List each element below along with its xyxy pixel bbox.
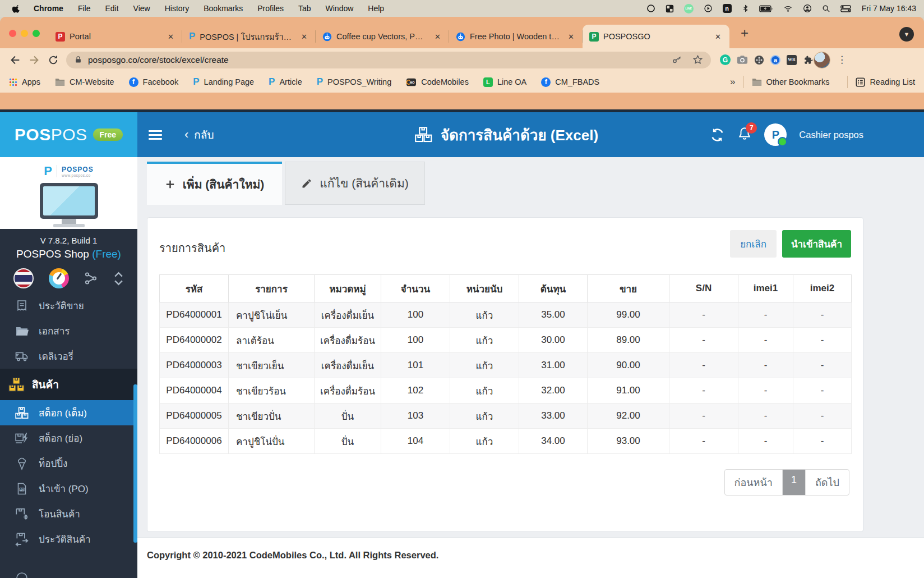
menubar-clock[interactable]: Fri 7 May 16:43 bbox=[862, 4, 916, 13]
browser-tab-2[interactable]: PPOSPOS | โปรแกรมร้านค้าป✕ bbox=[182, 25, 316, 48]
bookmark-6[interactable]: PPOSPOS_Writing bbox=[317, 77, 392, 86]
app-logo-zone[interactable]: POSPOS Free bbox=[0, 112, 137, 157]
address-bar[interactable]: posposgo.co/core/stock/excel/create bbox=[66, 52, 711, 68]
sidebar-item-เดลิเวอรี่[interactable]: เดลิเวอรี่ bbox=[0, 343, 137, 369]
table-cell: 92.00 bbox=[588, 403, 669, 429]
bluetooth-icon[interactable] bbox=[742, 4, 749, 13]
window-grid-icon[interactable] bbox=[666, 4, 674, 13]
shop-name: POSPOS Shop (Free) bbox=[0, 248, 137, 260]
bookmark-4[interactable]: PLanding Page bbox=[193, 77, 254, 86]
tab-close-icon[interactable]: ✕ bbox=[712, 31, 724, 42]
menu-view[interactable]: View bbox=[126, 4, 158, 13]
zoom-window-button[interactable] bbox=[33, 30, 40, 37]
app-header-main: ‹ กลับ จัดการสินค้าด้วย (Excel) 7 P bbox=[137, 112, 924, 157]
browser-tab-1[interactable]: PPortal✕ bbox=[49, 25, 182, 48]
wifi-icon[interactable] bbox=[783, 4, 793, 13]
tab-add-new-products[interactable]: เพิ่ม (สินค้าใหม่) bbox=[147, 162, 282, 205]
menu-edit[interactable]: Edit bbox=[98, 4, 126, 13]
browser-tab-3[interactable]: Coffee cup Vectors, Photo✕ bbox=[316, 25, 449, 48]
cancel-button[interactable]: ยกเลิก bbox=[730, 230, 777, 258]
search-icon[interactable] bbox=[822, 4, 830, 13]
bookmark-9[interactable]: fCM_FBADS bbox=[541, 77, 599, 87]
close-window-button[interactable] bbox=[9, 30, 16, 37]
line-icon[interactable]: LINE bbox=[684, 4, 694, 13]
pagination-next-button[interactable]: ถัดไป bbox=[805, 470, 849, 495]
wr-badge-icon[interactable]: WR bbox=[787, 55, 797, 65]
sidebar-item-ประวัติขาย[interactable]: ประวัติขาย bbox=[0, 297, 137, 318]
tab-close-icon[interactable]: ✕ bbox=[565, 31, 577, 42]
share-branch-icon[interactable] bbox=[84, 271, 98, 286]
sidebar-item-partial[interactable] bbox=[0, 564, 137, 578]
camera-icon[interactable] bbox=[737, 55, 748, 65]
forward-icon[interactable] bbox=[25, 51, 44, 69]
menu-tab[interactable]: Tab bbox=[291, 4, 318, 13]
pagination-prev-button[interactable]: ก่อนหน้า bbox=[725, 470, 782, 495]
battery-icon[interactable] bbox=[759, 5, 773, 12]
refresh-icon[interactable] bbox=[710, 127, 725, 143]
play-icon[interactable] bbox=[704, 4, 713, 13]
user-avatar[interactable]: P bbox=[764, 123, 787, 146]
film-icon[interactable] bbox=[754, 55, 764, 65]
sidebar-item-ประวัติสินค้า[interactable]: ประวัติสินค้า bbox=[0, 526, 137, 552]
minimize-window-button[interactable] bbox=[21, 30, 28, 37]
hamburger-menu-icon[interactable] bbox=[149, 130, 162, 140]
reading-list-icon bbox=[856, 77, 865, 87]
menu-profiles[interactable]: Profiles bbox=[250, 4, 291, 13]
sidebar-item-สต็อก (ย่อ)[interactable]: สต็อก (ย่อ) bbox=[0, 425, 137, 451]
browser-tab-5[interactable]: PPOSPOSGO✕ bbox=[583, 25, 729, 48]
tab-search-button[interactable]: ▼ bbox=[899, 27, 914, 42]
user-icon[interactable] bbox=[803, 4, 812, 13]
notion-icon[interactable]: n bbox=[723, 4, 732, 13]
back-icon[interactable] bbox=[6, 51, 25, 69]
menu-help[interactable]: Help bbox=[361, 4, 391, 13]
pagination-page-1[interactable]: 1 bbox=[782, 470, 805, 495]
sidebar-item-label: สต็อก (เต็ม) bbox=[39, 405, 87, 420]
control-center-icon[interactable] bbox=[840, 5, 851, 12]
menu-bookmarks[interactable]: Bookmarks bbox=[196, 4, 250, 13]
browser-tab-4[interactable]: Free Photo | Wooden table✕ bbox=[449, 25, 583, 48]
tab-close-icon[interactable]: ✕ bbox=[298, 31, 310, 42]
new-tab-button[interactable]: + bbox=[735, 25, 754, 41]
menu-window[interactable]: Window bbox=[318, 4, 361, 13]
bookmark-8[interactable]: LLine OA bbox=[483, 77, 526, 87]
collapse-chevrons-icon[interactable] bbox=[113, 271, 124, 286]
grammarly-icon[interactable]: G bbox=[720, 54, 731, 65]
bookmark-star-icon[interactable] bbox=[692, 54, 703, 65]
bookmark-2[interactable]: CM-Website bbox=[55, 77, 114, 86]
menu-chrome[interactable]: Chrome bbox=[26, 4, 71, 13]
menu-history[interactable]: History bbox=[158, 4, 197, 13]
menu-file[interactable]: File bbox=[71, 4, 98, 13]
sidebar-scrollbar[interactable] bbox=[133, 384, 137, 543]
sidebar-item-โอนสินค้า[interactable]: โอนสินค้า bbox=[0, 501, 137, 526]
key-icon[interactable] bbox=[672, 54, 682, 65]
sidebar-item-สต็อก (เต็ม)[interactable]: สต็อก (เต็ม) bbox=[0, 400, 137, 425]
tab-edit-existing-products[interactable]: แก้ไข (สินค้าเดิม) bbox=[285, 162, 425, 205]
reload-icon[interactable] bbox=[44, 51, 63, 69]
sidebar-item-นำเข้า (PO)[interactable]: POนำเข้า (PO) bbox=[0, 476, 137, 501]
bookmark-5[interactable]: PArticle bbox=[269, 77, 302, 86]
chrome-menu-icon[interactable]: ⋮ bbox=[837, 54, 847, 66]
bookmarks-overflow-icon[interactable]: » bbox=[730, 76, 735, 88]
receipt-icon bbox=[15, 299, 29, 313]
bookmark-1[interactable]: Apps bbox=[9, 77, 40, 86]
sidebar-item-สินค้า[interactable]: สินค้า bbox=[0, 369, 137, 400]
bookmark-3[interactable]: fFacebook bbox=[129, 77, 179, 87]
lock-icon[interactable] bbox=[74, 56, 82, 64]
back-link[interactable]: ‹ กลับ bbox=[184, 126, 214, 143]
dashboard-gauge-icon[interactable] bbox=[49, 268, 69, 288]
bookmark-other-bookmarks[interactable]: Other Bookmarks bbox=[752, 77, 830, 86]
sidebar-item-ท็อปปิ้ง[interactable]: ท็อปปิ้ง bbox=[0, 451, 137, 476]
adobe-cc-icon[interactable] bbox=[646, 4, 655, 13]
a-badge-icon[interactable]: a bbox=[770, 55, 780, 65]
thai-flag-icon[interactable] bbox=[13, 268, 34, 288]
chrome-profile-avatar[interactable] bbox=[814, 52, 830, 68]
tab-close-icon[interactable]: ✕ bbox=[432, 31, 443, 42]
apple-icon[interactable] bbox=[12, 4, 21, 13]
import-products-button[interactable]: นำเข้าสินค้า bbox=[782, 230, 851, 258]
notifications[interactable]: 7 bbox=[737, 126, 752, 143]
puzzle-icon[interactable] bbox=[803, 54, 814, 65]
bookmark-7[interactable]: MOCodeMobiles bbox=[406, 77, 469, 87]
sidebar-item-เอกสาร[interactable]: เอกสาร bbox=[0, 318, 137, 343]
tab-close-icon[interactable]: ✕ bbox=[165, 31, 177, 42]
bookmark-reading-list[interactable]: Reading List bbox=[856, 77, 915, 87]
